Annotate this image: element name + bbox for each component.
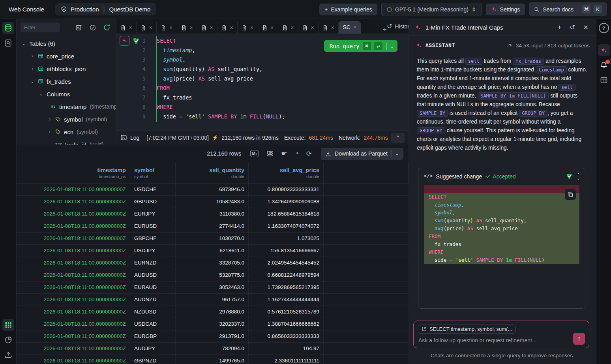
table-row[interactable]: 2026-01-08T18:11:00.000000000ZGBPNZD1499…: [17, 355, 409, 364]
collapse-log-button[interactable]: ⌃: [391, 133, 405, 143]
chat-input-box[interactable]: SELECT timestamp, symbol, sum(... ↑: [413, 321, 589, 348]
settings-button[interactable]: Settings: [486, 4, 525, 15]
timer-icon[interactable]: ◔: [295, 150, 299, 158]
tree-column-trade_id[interactable]: 123trade_id(uuid): [17, 138, 116, 144]
table-row[interactable]: 2026-01-08T18:11:00.000000000ZEURNZD3328…: [17, 257, 409, 269]
close-tab-icon[interactable]: ✕: [210, 25, 213, 30]
collapse-expand-icon[interactable]: ⌃⌄: [577, 173, 580, 180]
editor-tab[interactable]: ✕: [197, 22, 217, 34]
close-tab-icon[interactable]: ✕: [353, 25, 357, 30]
chevron-right-icon[interactable]: ›: [30, 53, 35, 59]
run-query-button[interactable]: Run query ⌘ ↵ ⌄: [324, 40, 397, 52]
tree-columns-folder[interactable]: ⌄Columns: [17, 88, 116, 100]
table-row[interactable]: 2026-01-08T18:11:00.000000000ZUSDJPY6218…: [17, 244, 409, 257]
table-row[interactable]: 2026-01-08T18:11:00.000000000ZAUDUSD5328…: [17, 269, 409, 281]
copy-code-button[interactable]: [565, 189, 576, 200]
table-row[interactable]: 2026-01-08T18:11:00.000000000ZNZDUSD2976…: [17, 306, 409, 318]
tables-nav-icon[interactable]: [2, 22, 14, 34]
table-row[interactable]: 2026-01-08T18:11:00.000000000ZAUDNZD9617…: [17, 293, 409, 306]
refresh-icon[interactable]: [103, 24, 111, 31]
notifications-button[interactable]: [598, 59, 610, 71]
chevron-down-icon[interactable]: ⌄: [39, 91, 43, 97]
ai-assistant-button[interactable]: [598, 44, 610, 56]
table-row[interactable]: 2026-01-08T18:11:00.000000000ZUSDCHF6873…: [17, 183, 409, 195]
download-parquet-button[interactable]: Download as Parquet ⌄: [321, 148, 403, 160]
close-tab-icon[interactable]: ✕: [189, 25, 193, 30]
column-header-sell_quantity[interactable]: sell_quantitydouble: [176, 163, 249, 183]
chat-input[interactable]: [418, 337, 549, 344]
close-tab-icon[interactable]: ✕: [129, 25, 132, 30]
table-row[interactable]: 2026-01-08T18:11:00.000000000ZEURUSD2774…: [17, 220, 409, 232]
chart-view-icon-button[interactable]: [2, 334, 14, 346]
table-row[interactable]: 2026-01-08T18:11:00.000000000ZEURAUD3052…: [17, 281, 409, 293]
chevron-right-icon[interactable]: ›: [30, 66, 35, 71]
close-tab-icon[interactable]: ✕: [331, 25, 334, 30]
filter-input[interactable]: [21, 23, 60, 32]
chat-history-button[interactable]: ↺: [568, 24, 577, 31]
column-header-symbol[interactable]: symbolsymbol: [130, 163, 176, 183]
new-tab-button[interactable]: +: [383, 26, 387, 34]
column-header-sell_avg_price[interactable]: sell_avg_pricedouble: [249, 163, 324, 183]
close-tab-icon[interactable]: ✕: [270, 25, 274, 30]
editor-tab[interactable]: ✕: [137, 22, 157, 34]
editor-tab[interactable]: ✕: [217, 22, 238, 34]
grid-layout-icon[interactable]: [266, 150, 274, 157]
applied-check-icon[interactable]: [566, 173, 573, 180]
close-tab-icon[interactable]: ✕: [291, 25, 294, 30]
chevron-down-icon[interactable]: ⌄: [21, 41, 26, 46]
example-queries-button[interactable]: + Example queries: [319, 4, 377, 15]
grid-view-icon-button[interactable]: [2, 319, 14, 331]
close-tab-icon[interactable]: ✕: [250, 25, 253, 30]
copy-markdown-icon[interactable]: M↓: [250, 150, 259, 157]
table-row[interactable]: 2026-01-08T18:11:00.000000000ZEURJPY3110…: [17, 208, 409, 220]
editor-tab[interactable]: ✕: [157, 22, 177, 34]
close-tab-icon[interactable]: ✕: [311, 25, 314, 30]
editor-tab-active[interactable]: SC✕: [339, 21, 361, 34]
query-log-nav-icon[interactable]: [2, 37, 14, 49]
close-tab-icon[interactable]: ✕: [169, 25, 172, 30]
chevron-right-icon[interactable]: ›: [47, 116, 52, 122]
refresh-results-icon[interactable]: ⟳: [306, 150, 312, 158]
tree-column-timestamp[interactable]: timestamp(timestamp.: [17, 100, 116, 113]
column-header-timestamp[interactable]: timestamptimestamp_ns: [17, 163, 130, 183]
new-chat-button[interactable]: +: [556, 24, 563, 31]
import-icon-button[interactable]: [2, 349, 14, 361]
environment-badge[interactable]: Production | QuestDB Demo: [55, 3, 156, 15]
table-row[interactable]: 2026-01-08T18:11:00.000000000ZAUDJPY7820…: [17, 342, 409, 355]
editor-tab[interactable]: ✕: [298, 22, 319, 34]
tree-table-core_price[interactable]: ›core_price: [17, 50, 116, 62]
attached-query-chip[interactable]: SELECT timestamp, symbol, sum(...: [418, 325, 516, 334]
editor-tab[interactable]: ✕: [116, 22, 137, 34]
editor-tab[interactable]: ✕: [258, 22, 278, 34]
run-options-chevron-icon[interactable]: ⌄: [391, 43, 394, 49]
check-circle-icon[interactable]: [89, 24, 96, 31]
pointer-hand-icon[interactable]: ☛: [281, 150, 287, 158]
download-options-chevron-icon[interactable]: ⌄: [395, 151, 399, 156]
close-tab-icon[interactable]: ✕: [149, 25, 152, 30]
ai-suggest-button[interactable]: [120, 36, 129, 46]
search-docs-button[interactable]: Search docs ⌘ K: [529, 2, 607, 16]
tree-table-ethblocks_json[interactable]: ›ethblocks_json: [17, 62, 116, 75]
model-selector[interactable]: ⬡ GPT-5.1 (Medium Reasoning) ⇕: [381, 3, 482, 16]
chevron-right-icon[interactable]: ›: [47, 129, 52, 135]
tree-table-fx_trades[interactable]: ⌄fx_trades: [17, 75, 116, 88]
tree-root-tables[interactable]: ⌄Tables (6): [17, 37, 116, 50]
code-editor[interactable]: 1SELECT2 timestamp,3 symbol,4 sum(quanti…: [116, 34, 409, 130]
close-chat-button[interactable]: ✕: [581, 24, 590, 31]
editor-tab[interactable]: ✕: [177, 22, 197, 34]
help-button[interactable]: ?: [598, 22, 610, 34]
close-tab-icon[interactable]: ✕: [230, 25, 233, 30]
result-panel-button[interactable]: [598, 74, 610, 86]
chevron-down-icon[interactable]: ⌄: [30, 79, 35, 84]
editor-tab[interactable]: ✕: [278, 22, 298, 34]
send-button[interactable]: ↑: [573, 333, 585, 345]
tree-column-ecn[interactable]: ›ecn(symbol): [17, 126, 116, 138]
tree-column-symbol[interactable]: ›symbol(symbol): [17, 113, 116, 126]
table-row[interactable]: 2026-01-08T18:11:00.000000000ZGBPCHF1030…: [17, 232, 409, 244]
add-metrics-icon[interactable]: [75, 24, 82, 31]
table-row[interactable]: 2026-01-08T18:11:00.000000000ZUSDCAD3202…: [17, 318, 409, 330]
table-row[interactable]: 2026-01-08T18:11:00.000000000ZGBPUSD1058…: [17, 195, 409, 208]
table-row[interactable]: 2026-01-08T18:11:00.000000000ZEURGBP2913…: [17, 330, 409, 342]
editor-tab[interactable]: ✕: [319, 22, 339, 34]
editor-tab[interactable]: ✕: [238, 22, 258, 34]
